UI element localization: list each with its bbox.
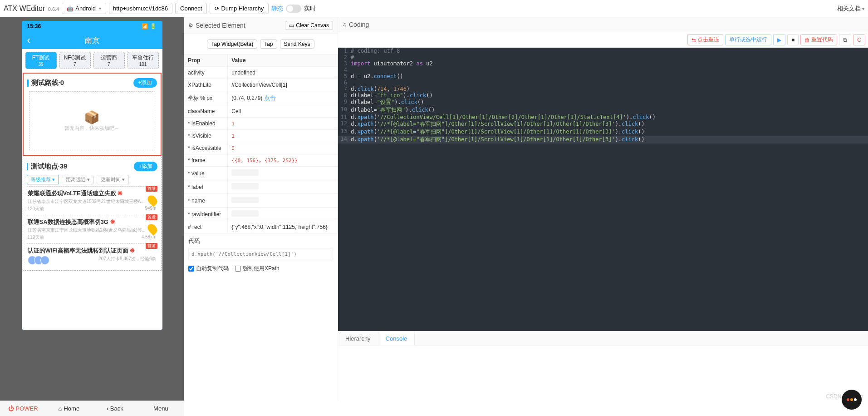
gear-icon: ⚙ — [188, 22, 193, 29]
clear-canvas-button[interactable]: ▭ Clear Canvas — [285, 21, 333, 30]
list-item[interactable]: 首发联通SA数据连接态高概率切3G ❋江苏省南京市江宁区龙眠大道地铁站2楼(近义… — [27, 215, 157, 243]
page-title: 南京 — [84, 35, 100, 46]
category-tab[interactable]: NFC测试7 — [59, 52, 91, 69]
realtime-label: 实时 — [304, 5, 316, 13]
section-title: 测试地点·39 — [27, 162, 68, 171]
category-tabs: FT测试39NFC测试7运营商7车食住行101 — [22, 49, 162, 72]
copy-button[interactable]: ⧉ — [839, 34, 851, 45]
android-icon: 🤖 — [67, 5, 74, 12]
force-xpath-label: 强制使用XPath — [243, 265, 280, 272]
force-xpath-checkbox[interactable] — [235, 266, 241, 272]
category-tab[interactable]: FT测试39 — [25, 52, 57, 69]
table-row: 坐标 % px(0.74, 0.279) 点击 — [184, 91, 338, 105]
tab-console[interactable]: Console — [378, 332, 415, 346]
section-points: 测试地点·39 +添加 等级推荐 ▾距离远近 ▾更新时间 ▾ 首发荣耀联通必现V… — [23, 157, 162, 271]
platform-select[interactable]: 🤖 Android — [62, 3, 106, 14]
add-button[interactable]: +添加 — [133, 78, 157, 88]
add-button[interactable]: +添加 — [134, 162, 157, 171]
props-table: Prop Value activityundefinedXPathLite//C… — [184, 54, 338, 233]
list-item[interactable]: 首发认证的WiFi高概率无法跳转到认证页面 ❋207人打卡8,367次，经验6条 — [27, 243, 157, 267]
filter-chip[interactable]: 更新时间 ▾ — [97, 175, 129, 184]
table-row: * value — [184, 167, 338, 180]
device-panel: 15:36 📶 🔋 ‹ 南京 FT测试39NFC测试7运营商7车食住行101 测… — [0, 17, 184, 401]
table-row: XPathLite//CollectionView/Cell[1] — [184, 79, 338, 91]
tab-hierarchy[interactable]: Hierarchy — [338, 332, 378, 346]
address-input[interactable] — [109, 3, 172, 14]
category-tab[interactable]: 车食住行101 — [128, 52, 159, 69]
run-selection-button[interactable]: 单行或选中运行 — [725, 34, 771, 45]
section-title: 测试路线·0 — [27, 79, 64, 87]
table-row: activityundefined — [184, 67, 338, 79]
filter-chip[interactable]: 距离远近 ▾ — [62, 175, 94, 184]
reconnect-button[interactable]: ⇆ 点击重连 — [687, 34, 723, 45]
console-output — [338, 346, 868, 401]
brand: ATX WEditor 0.6.4 — [4, 5, 59, 13]
table-row: * isVisible1 — [184, 130, 338, 142]
refresh-button[interactable]: C — [853, 34, 865, 45]
section-routes[interactable]: 测试路线·0 +添加 📦 暂无内容，快来添加吧～ — [23, 73, 162, 156]
topbar: ATX WEditor 0.6.4 🤖 Android Connect ⟳ Du… — [0, 0, 868, 17]
table-row: # rect{"y":468,"x":0,"width":1125,"heigh… — [184, 221, 338, 233]
category-tab[interactable]: 运营商7 — [93, 52, 125, 69]
table-row: * isAccessible0 — [184, 142, 338, 154]
empty-icon: 📦 — [84, 110, 100, 125]
dump-hierarchy-button[interactable]: ⟳ Dump Hierarchy — [210, 3, 269, 14]
empty-state: 📦 暂无内容，快来添加吧～ — [29, 91, 155, 150]
code-output[interactable]: d.xpath('//CollectionView/Cell[1]') — [188, 248, 333, 260]
clock: 15:36 — [27, 23, 41, 30]
connect-button[interactable]: Connect — [175, 3, 207, 14]
table-row: * label — [184, 180, 338, 194]
stop-button[interactable]: ■ — [787, 34, 799, 45]
static-label: 静态 — [271, 5, 283, 13]
auto-copy-label: 自动复制代码 — [196, 265, 229, 272]
selected-element-panel: ⚙ Selected Element ▭ Clear Canvas Tap Wi… — [184, 17, 338, 401]
phone-screen[interactable]: 15:36 📶 🔋 ‹ 南京 FT测试39NFC测试7运营商7车食住行101 测… — [22, 21, 162, 330]
code-editor[interactable]: 1# coding: utf-82#3import uiautomator2 a… — [338, 48, 868, 331]
refresh-icon: ⟳ — [215, 5, 219, 12]
table-row: * rawIdentifier — [184, 208, 338, 221]
nav-bar: ‹ 南京 — [22, 32, 162, 49]
code-label: 代码 — [184, 233, 338, 246]
mode-toggle[interactable] — [286, 5, 301, 13]
panel-title: ♫ Coding — [343, 21, 369, 28]
run-button[interactable]: ▶ — [773, 34, 785, 45]
filter-chip[interactable]: 等级推荐 ▾ — [27, 175, 59, 184]
back-icon[interactable]: ‹ — [27, 35, 30, 46]
table-row: * name — [184, 194, 338, 208]
col-value: Value — [228, 54, 338, 67]
auto-copy-checkbox[interactable] — [188, 266, 194, 272]
music-icon: ♫ — [343, 21, 347, 28]
table-row: * frame{{0, 156}, {375, 252}} — [184, 154, 338, 167]
panel-title: ⚙ Selected Element — [188, 22, 245, 29]
status-bar: 15:36 📶 🔋 — [22, 21, 162, 32]
coding-panel: ♫ Coding ⇆ 点击重连 单行或选中运行 ▶ ■ 🗑 重置代码 ⧉ C 1… — [338, 17, 868, 401]
table-row: * isEnabled1 — [184, 118, 338, 130]
action-button[interactable]: Tap Widget(Beta) — [207, 40, 257, 49]
output-tabs: Hierarchy Console — [338, 331, 868, 346]
trash-icon: ▭ — [289, 22, 294, 29]
status-icons: 📶 🔋 — [142, 23, 157, 30]
reset-code-button[interactable]: 🗑 重置代码 — [800, 34, 837, 45]
action-button[interactable]: Send Keys — [280, 40, 314, 49]
action-button[interactable]: Tap — [260, 40, 277, 49]
docs-link[interactable]: 相关文档 — [837, 5, 864, 13]
col-prop: Prop — [184, 54, 228, 67]
table-row: classNameCell — [184, 105, 338, 118]
list-item[interactable]: 首发荣耀联通必现VoLTE通话建立失败 ❋江苏省南京市江宁区双龙大道1539号2… — [27, 186, 157, 215]
